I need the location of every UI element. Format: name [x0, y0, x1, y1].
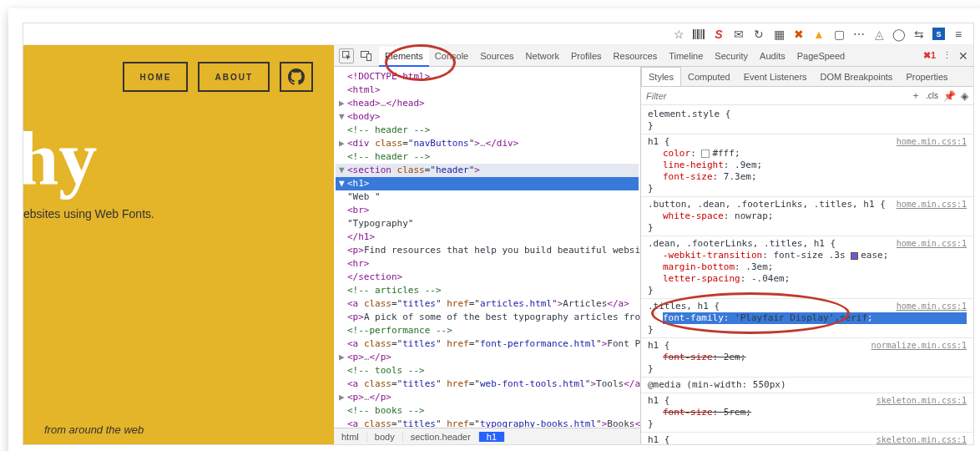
warning-ext-icon[interactable]: ▲: [812, 28, 826, 41]
inspect-icon[interactable]: [339, 48, 354, 63]
refresh-icon[interactable]: ↻: [752, 28, 765, 41]
css-rule[interactable]: home.min.css:1.titles, h1 {font-family: …: [641, 299, 973, 338]
mail-icon[interactable]: ✉: [732, 28, 745, 41]
dots-ext-icon[interactable]: ⋯: [852, 28, 866, 41]
dom-node[interactable]: ▼<h1>: [336, 177, 639, 190]
css-rule[interactable]: skeleton.min.css:1h1 {: [641, 433, 973, 444]
close-devtools-icon[interactable]: ✕: [958, 49, 968, 63]
devtools-tab-timeline[interactable]: Timeline: [663, 47, 709, 65]
styles-subtab-properties[interactable]: Properties: [899, 68, 954, 86]
dom-node[interactable]: <p>A pick of some of the best typography…: [336, 311, 639, 324]
rule-source[interactable]: skeleton.min.css:1: [876, 434, 967, 444]
circle-ext-icon[interactable]: ◯: [892, 28, 906, 41]
dom-node[interactable]: </h1>: [336, 231, 639, 244]
dom-node[interactable]: <!-- tools -->: [336, 364, 639, 378]
svg-rect-2: [697, 29, 699, 39]
hov-icon[interactable]: ◈: [961, 90, 968, 102]
dom-node[interactable]: ▶<head>…</head>: [336, 97, 639, 110]
rule-source[interactable]: home.min.css:1: [897, 238, 967, 250]
device-icon[interactable]: [359, 48, 374, 63]
dom-node[interactable]: <!-- articles -->: [336, 284, 639, 297]
devtools-tab-security[interactable]: Security: [709, 47, 754, 65]
menu-icon[interactable]: ≡: [952, 28, 965, 41]
dom-node[interactable]: <p>Find resources that help you build be…: [336, 244, 639, 257]
elements-panel: <!DOCTYPE html><html>▶<head>…</head>▼<bo…: [334, 67, 641, 444]
dom-node[interactable]: "Web ": [336, 190, 639, 204]
dom-node[interactable]: ▼<body>: [336, 110, 639, 124]
github-link[interactable]: [280, 62, 313, 92]
svg-rect-4: [701, 29, 702, 39]
triangle-ext-icon[interactable]: ◬: [872, 28, 886, 41]
css-rule[interactable]: @media (min-width: 550px): [641, 378, 973, 393]
barcode-icon[interactable]: [692, 28, 705, 41]
dom-node[interactable]: "Typography": [336, 217, 639, 231]
styles-panel: StylesComputedEvent ListenersDOM Breakpo…: [641, 67, 973, 444]
dom-node[interactable]: <a class="titles" href="typography-books…: [336, 418, 639, 428]
more-icon[interactable]: ⋮: [942, 50, 952, 61]
css-rule[interactable]: home.min.css:1.button, .dean, .footerLin…: [641, 197, 973, 236]
dom-node[interactable]: ▶<p>…</p>: [336, 391, 639, 404]
devtools-tab-resources[interactable]: Resources: [608, 47, 664, 65]
rule-source[interactable]: normalize.min.css:1: [871, 340, 967, 352]
dom-node[interactable]: <!-- header -->: [336, 150, 639, 164]
rule-source[interactable]: skeleton.min.css:1: [876, 395, 967, 407]
css-rule[interactable]: skeleton.min.css:1h1 {font-size: 5rem;}: [641, 393, 973, 433]
devtools-tab-profiles[interactable]: Profiles: [565, 47, 608, 65]
rule-source[interactable]: home.min.css:1: [897, 136, 967, 148]
dom-node[interactable]: <!-- books -->: [336, 404, 639, 418]
error-count[interactable]: ✖1: [923, 50, 936, 61]
devtools-tab-elements[interactable]: Elements: [379, 47, 429, 67]
devtools-tab-pagespeed[interactable]: PageSpeed: [791, 47, 851, 65]
dom-node[interactable]: <a class="titles" href="web-font-tools.h…: [336, 378, 639, 391]
dom-tree[interactable]: <!DOCTYPE html><html>▶<head>…</head>▼<bo…: [334, 67, 640, 428]
dom-node[interactable]: <hr>: [336, 257, 639, 271]
dom-node[interactable]: <a class="titles" href="font-performance…: [336, 337, 639, 351]
dom-node[interactable]: ▶<p>…</p>: [336, 351, 639, 364]
breadcrumb[interactable]: htmlbodysection.headerh1: [334, 428, 640, 444]
breadcrumb-item[interactable]: h1: [479, 432, 505, 442]
styles-subtab-styles[interactable]: Styles: [641, 67, 681, 86]
devtools-tab-console[interactable]: Console: [429, 47, 474, 65]
dom-node[interactable]: <br>: [336, 204, 639, 217]
add-rule-icon[interactable]: ＋: [911, 89, 921, 103]
dom-node[interactable]: </section>: [336, 271, 639, 284]
about-button[interactable]: ABOUT: [198, 62, 270, 92]
css-rule[interactable]: element.style {}: [641, 107, 973, 134]
css-rule[interactable]: home.min.css:1h1 {color: #fff;line-heigh…: [641, 134, 973, 197]
rule-source[interactable]: home.min.css:1: [897, 199, 967, 210]
dom-node[interactable]: <!--performance -->: [336, 324, 639, 337]
svg-rect-0: [693, 29, 695, 39]
devtools-tab-audits[interactable]: Audits: [754, 47, 791, 65]
dom-node[interactable]: <html>: [336, 84, 639, 97]
dom-node[interactable]: <a class="titles" href="articles.html">A…: [336, 297, 639, 311]
css-rule[interactable]: home.min.css:1.dean, .footerLinks, .titl…: [641, 236, 973, 299]
breadcrumb-item[interactable]: body: [367, 432, 403, 442]
styles-subtab-dom-breakpoints[interactable]: DOM Breakpoints: [814, 68, 900, 86]
css-rule[interactable]: normalize.min.css:1h1 {font-size: 2em;}: [641, 338, 973, 378]
breadcrumb-item[interactable]: section.header: [403, 432, 479, 442]
styles-filter-input[interactable]: [646, 91, 906, 101]
breadcrumb-item[interactable]: html: [334, 432, 367, 442]
styles-subtab-computed[interactable]: Computed: [681, 68, 737, 86]
dom-node[interactable]: <!DOCTYPE html>: [336, 70, 639, 84]
styles-subtab-event-listeners[interactable]: Event Listeners: [737, 68, 814, 86]
style-rules[interactable]: element.style {}home.min.css:1h1 {color:…: [641, 105, 973, 444]
dom-node[interactable]: <!-- header -->: [336, 124, 639, 137]
pin-icon[interactable]: 📌: [943, 90, 956, 102]
swap-ext-icon[interactable]: ⇆: [912, 28, 926, 41]
grid-icon[interactable]: ▦: [772, 28, 786, 41]
hero-subtitle: ebsites using Web Fonts.: [23, 207, 154, 220]
devtools-tab-sources[interactable]: Sources: [474, 47, 519, 65]
x-ext-icon[interactable]: ✖: [792, 28, 806, 41]
devtools-tab-network[interactable]: Network: [520, 47, 565, 65]
star-icon[interactable]: ☆: [672, 28, 685, 41]
s-ext-icon[interactable]: S: [712, 28, 725, 41]
svg-rect-1: [695, 29, 696, 39]
dom-node[interactable]: ▶<div class="navButtons">…</div>: [336, 137, 639, 150]
rule-source[interactable]: home.min.css:1: [897, 301, 967, 312]
dom-node[interactable]: ▼<section class="header">: [336, 164, 639, 177]
cls-toggle[interactable]: .cls: [926, 91, 938, 100]
home-button[interactable]: HOME: [123, 62, 188, 92]
square-ext-icon[interactable]: ▢: [832, 28, 846, 41]
s-blue-ext-icon[interactable]: S: [932, 28, 945, 40]
